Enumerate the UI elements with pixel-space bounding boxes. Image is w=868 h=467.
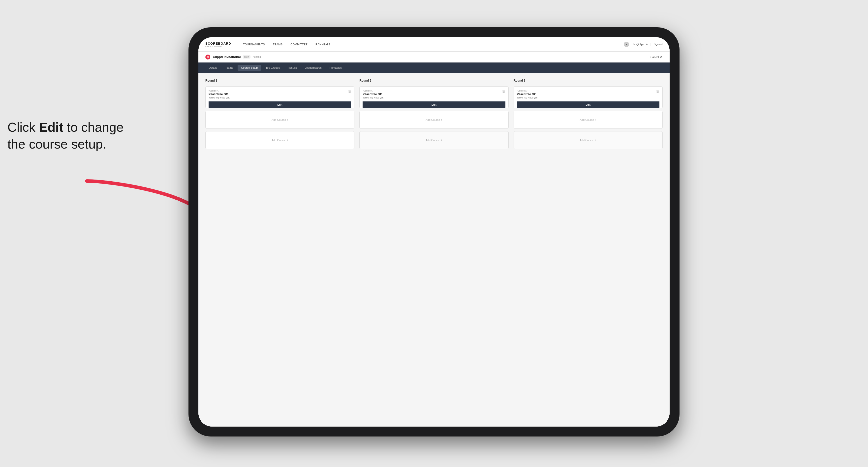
nav-teams[interactable]: TEAMS [273, 43, 282, 46]
round-2-column: Round 2 🗑 (Course A) Peachtree GC Yellow… [359, 79, 508, 149]
tournament-title: Clippd Invitational [213, 55, 241, 59]
round-3-course-details: Yellow (M) (6629 yds) [517, 96, 659, 99]
tab-bar: Details Teams Course Setup Tee Groups Re… [198, 62, 670, 73]
round-1-title: Round 1 [205, 79, 354, 82]
round-2-delete-icon[interactable]: 🗑 [501, 89, 506, 93]
round-1-add-course-2[interactable]: Add Course + [205, 131, 354, 149]
sub-header: C Clippd Invitational Men Hosting Cancel… [198, 52, 670, 62]
scoreboard-logo: SCOREBOARD Powered by clippd [205, 42, 231, 47]
tab-printables[interactable]: Printables [326, 65, 345, 71]
nav-separator: | [651, 43, 651, 45]
gender-badge: Men [243, 55, 250, 59]
round-3-course-label: (Course A) [517, 90, 659, 92]
cancel-button[interactable]: Cancel ✕ [651, 55, 663, 59]
round-1-course-label: (Course A) [209, 90, 351, 92]
round-2-edit-button[interactable]: Edit [363, 101, 505, 108]
round-2-course-name: Peachtree GC [363, 93, 505, 96]
round-3-course-name: Peachtree GC [517, 93, 659, 96]
hosting-status: Hosting [252, 56, 261, 58]
round-3-title: Round 3 [514, 79, 663, 82]
round-1-course-card: 🗑 (Course A) Peachtree GC Yellow (M) (66… [205, 86, 354, 108]
round-1-course-name: Peachtree GC [209, 93, 351, 96]
round-3-course-card: 🗑 (Course A) Peachtree GC Yellow (M) (66… [514, 86, 663, 108]
nav-committee[interactable]: COMMITTEE [290, 43, 308, 46]
round-3-add-course-2: Add Course + [514, 131, 663, 149]
sign-out-link[interactable]: Sign out [653, 43, 663, 45]
logo-title: SCOREBOARD [205, 42, 231, 45]
close-icon: ✕ [660, 55, 663, 59]
round-1-delete-icon[interactable]: 🗑 [347, 89, 352, 93]
tab-course-setup[interactable]: Course Setup [238, 65, 261, 71]
round-3-edit-button[interactable]: Edit [517, 101, 659, 108]
top-nav: SCOREBOARD Powered by clippd TOURNAMENTS… [198, 37, 670, 52]
round-1-column: Round 1 🗑 (Course A) Peachtree GC Yellow… [205, 79, 354, 149]
round-1-course-details: Yellow (M) (6629 yds) [209, 96, 351, 99]
main-content: Round 1 🗑 (Course A) Peachtree GC Yellow… [198, 73, 670, 427]
round-2-add-course-2: Add Course + [359, 131, 508, 149]
round-1-add-course-1[interactable]: Add Course + [205, 111, 354, 129]
tab-details[interactable]: Details [205, 65, 221, 71]
round-3-column: Round 3 🗑 (Course A) Peachtree GC Yellow… [514, 79, 663, 149]
nav-rankings[interactable]: RANKINGS [315, 43, 330, 46]
round-2-title: Round 2 [359, 79, 508, 82]
user-email: blair@clippd.io [632, 43, 648, 45]
nav-tournaments[interactable]: TOURNAMENTS [243, 43, 265, 46]
tablet-shell: SCOREBOARD Powered by clippd TOURNAMENTS… [188, 27, 680, 436]
tab-teams[interactable]: Teams [222, 65, 237, 71]
instruction-text: Click Edit to change the course setup. [7, 119, 126, 153]
round-3-delete-icon[interactable]: 🗑 [655, 89, 660, 93]
round-2-course-card: 🗑 (Course A) Peachtree GC Yellow (M) (66… [359, 86, 508, 108]
rounds-grid: Round 1 🗑 (Course A) Peachtree GC Yellow… [205, 79, 663, 149]
round-1-edit-button[interactable]: Edit [209, 101, 351, 108]
tablet-screen: SCOREBOARD Powered by clippd TOURNAMENTS… [198, 37, 670, 427]
round-2-add-course-1[interactable]: Add Course + [359, 111, 508, 129]
user-avatar: ● [624, 42, 629, 47]
tournament-logo: C [205, 55, 210, 60]
tab-results[interactable]: Results [284, 65, 300, 71]
logo-subtitle: Powered by clippd [205, 45, 231, 47]
tab-leaderboards[interactable]: Leaderboards [301, 65, 325, 71]
round-2-course-details: Yellow (M) (6629 yds) [363, 96, 505, 99]
round-3-add-course-1[interactable]: Add Course + [514, 111, 663, 129]
round-2-course-label: (Course A) [363, 90, 505, 92]
nav-right: ● blair@clippd.io | Sign out [624, 42, 663, 47]
tab-tee-groups[interactable]: Tee Groups [262, 65, 283, 71]
